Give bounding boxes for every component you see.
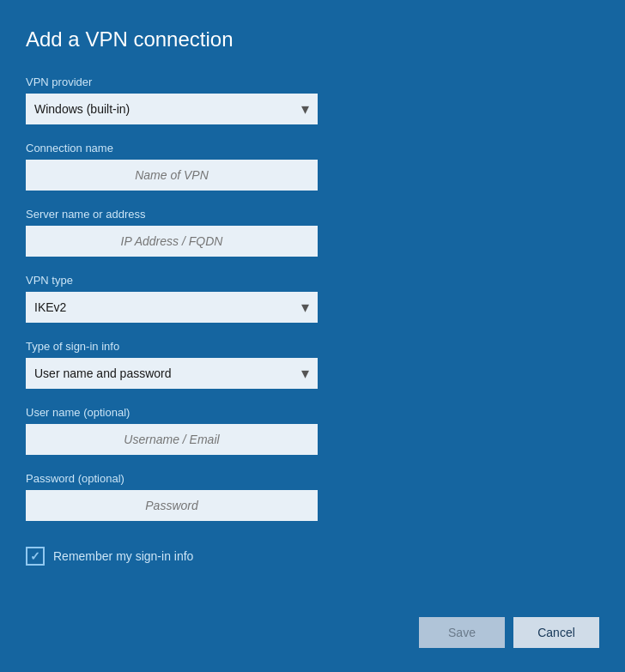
- vpn-type-select-wrapper[interactable]: IKEv2 ▾: [26, 292, 318, 323]
- vpn-provider-group: VPN provider Windows (built-in) ▾: [26, 76, 599, 124]
- password-group: Password (optional): [26, 472, 599, 521]
- server-name-label: Server name or address: [26, 208, 599, 221]
- password-input-wrapper[interactable]: [26, 490, 318, 521]
- username-input[interactable]: [26, 424, 318, 455]
- password-input[interactable]: [26, 490, 318, 521]
- username-group: User name (optional): [26, 406, 599, 455]
- vpn-provider-select[interactable]: Windows (built-in): [26, 94, 318, 124]
- password-label: Password (optional): [26, 472, 599, 485]
- sign-in-type-group: Type of sign-in info User name and passw…: [26, 340, 599, 389]
- server-name-input[interactable]: [26, 226, 318, 257]
- remember-signin-row: Remember my sign-in info: [26, 547, 599, 566]
- sign-in-type-select[interactable]: User name and password: [26, 358, 318, 389]
- connection-name-label: Connection name: [26, 142, 599, 154]
- connection-name-group: Connection name: [26, 142, 599, 191]
- server-name-group: Server name or address: [26, 208, 599, 257]
- cancel-button[interactable]: Cancel: [513, 617, 599, 648]
- checkmark-icon: [26, 547, 45, 566]
- username-label: User name (optional): [26, 406, 599, 419]
- server-name-input-wrapper[interactable]: [26, 226, 318, 257]
- username-input-wrapper[interactable]: [26, 424, 318, 455]
- button-row: Save Cancel: [419, 617, 599, 648]
- vpn-type-select[interactable]: IKEv2: [26, 292, 318, 323]
- remember-signin-checkbox-container[interactable]: [26, 547, 45, 566]
- sign-in-type-select-wrapper[interactable]: User name and password ▾: [26, 358, 318, 389]
- vpn-dialog: Add a VPN connection VPN provider Window…: [0, 0, 625, 672]
- dialog-title: Add a VPN connection: [26, 27, 599, 51]
- vpn-type-group: VPN type IKEv2 ▾: [26, 274, 599, 323]
- save-button[interactable]: Save: [419, 617, 505, 648]
- sign-in-type-label: Type of sign-in info: [26, 340, 599, 353]
- vpn-provider-label: VPN provider: [26, 76, 599, 88]
- connection-name-input[interactable]: [26, 160, 318, 191]
- connection-name-input-wrapper[interactable]: [26, 160, 318, 191]
- remember-signin-label: Remember my sign-in info: [53, 549, 193, 563]
- vpn-type-label: VPN type: [26, 274, 599, 287]
- vpn-provider-select-wrapper[interactable]: Windows (built-in) ▾: [26, 94, 318, 124]
